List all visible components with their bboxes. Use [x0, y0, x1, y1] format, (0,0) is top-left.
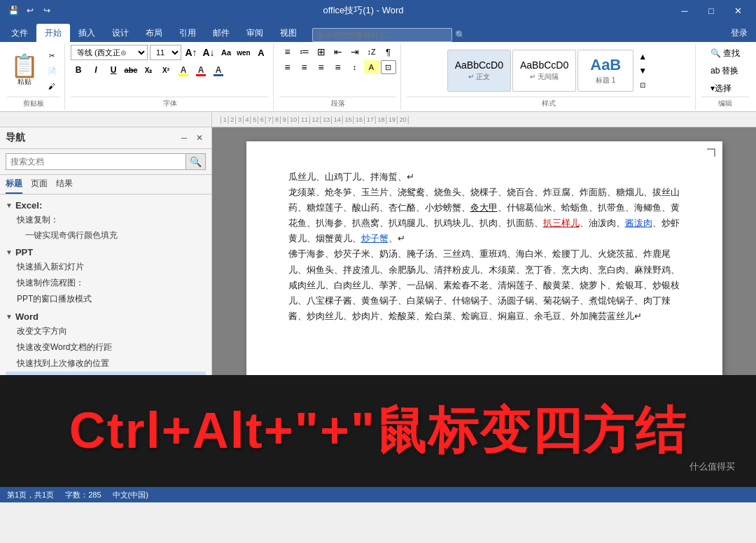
page-info: 第1页，共1页	[7, 490, 54, 500]
styles-scroll-up[interactable]: ▲	[635, 50, 650, 64]
highlight-button[interactable]: A	[176, 62, 191, 78]
nav-item-window-play[interactable]: PPT的窗口播放模式	[6, 291, 206, 307]
style-no-space[interactable]: AaBbCcD0 ↵ 无间隔	[512, 50, 576, 92]
tab-home[interactable]: 开始	[36, 24, 70, 42]
styles-more[interactable]: ⊡	[635, 78, 650, 92]
paragraph-group: ≡ ≔ ⊞ ⇤ ⇥ ↕Z ¶ ≡ ≡ ≡ ≡ ↕ A ⊡ 段落	[275, 43, 401, 110]
editing-group-label: 编辑	[701, 97, 749, 108]
shading-button[interactable]: A	[364, 60, 379, 74]
strikethrough-button[interactable]: abc	[123, 62, 139, 78]
nav-item-flowchart[interactable]: 快速制作流程图：	[6, 275, 206, 291]
clipboard-small-buttons: ✂ 📄 🖌	[43, 48, 60, 93]
copy-button[interactable]: 📄	[43, 64, 60, 78]
decrease-indent-button[interactable]: ⇤	[330, 45, 346, 59]
tab-references[interactable]: 引用	[171, 24, 204, 42]
nav-section-word-header[interactable]: ▼ Word	[6, 310, 206, 323]
window-title: office技巧(1) - Word	[55, 4, 672, 17]
tab-layout[interactable]: 布局	[137, 24, 171, 42]
close-button[interactable]: ✕	[725, 1, 750, 20]
link-text-3[interactable]: 炒子蟹	[361, 233, 388, 244]
bullets-button[interactable]: ≡	[280, 45, 295, 59]
page-content[interactable]: 瓜丝儿、山鸡丁儿、拌海蜇、↵ 龙须菜、炝冬笋、玉兰片、浇鸳鸯、烧鱼头、烧棵子、烧…	[288, 169, 680, 324]
nav-item-color-fill[interactable]: 一键实现奇偶行颜色填充	[6, 228, 206, 243]
sidebar-tab-headings[interactable]: 标题	[6, 178, 22, 194]
align-left-button[interactable]: ≡	[280, 60, 295, 74]
align-right-button[interactable]: ≡	[314, 60, 329, 74]
cut-button[interactable]: ✂	[43, 48, 60, 62]
sidebar-pin-button[interactable]: ─	[178, 132, 190, 144]
decrease-font-button[interactable]: A↓	[201, 45, 216, 60]
underline-button[interactable]: U	[106, 62, 121, 78]
font-size-select[interactable]: 11	[150, 45, 181, 60]
tab-insert[interactable]: 插入	[70, 24, 104, 42]
pinyin-button[interactable]: wen	[236, 45, 251, 60]
font-name-select[interactable]: 等线 (西文正⊙	[71, 45, 148, 60]
nav-section-ppt-header[interactable]: ▼ PPT	[6, 246, 206, 259]
sidebar-tab-pages[interactable]: 页面	[31, 178, 48, 194]
numbering-button[interactable]: ≔	[297, 45, 312, 59]
clipboard-label: 剪贴板	[7, 97, 60, 108]
increase-font-button[interactable]: A↑	[183, 45, 199, 60]
aa-button[interactable]: A	[253, 45, 269, 60]
font-content: 等线 (西文正⊙ 11 A↑ A↓ Aa wen A B I U abc X₂ …	[71, 45, 269, 97]
find-button[interactable]: 🔍 查找	[706, 45, 745, 62]
bottom-annotation-bar: Ctrl+Alt+"+"鼠标变四方结 什么值得买	[0, 375, 756, 487]
collapse-icon: ▼	[6, 202, 13, 209]
borders-button[interactable]: ⊡	[381, 60, 396, 74]
tab-design[interactable]: 设计	[104, 24, 137, 42]
maximize-button[interactable]: □	[699, 1, 724, 20]
subscript-button[interactable]: X₂	[141, 62, 156, 78]
paste-button[interactable]: 📋 粘贴	[7, 51, 42, 90]
sidebar-search-button[interactable]: 🔍	[186, 153, 206, 170]
justify-button[interactable]: ≡	[330, 60, 346, 74]
find-icon: 🔍	[710, 48, 721, 58]
clipboard-group: 📋 粘贴 ✂ 📄 🖌 剪贴板	[3, 43, 65, 110]
paragraph-2: 龙须菜、炝冬笋、玉兰片、浇鸳鸯、烧鱼头、烧棵子、烧百合、炸豆腐、炸面筋、糖熘儿、…	[288, 185, 680, 246]
minimize-button[interactable]: ─	[672, 1, 697, 20]
tab-view[interactable]: 视图	[272, 24, 305, 42]
sidebar-header: 导航 ─ ✕	[0, 127, 211, 149]
sort-button[interactable]: ↕Z	[364, 45, 379, 59]
para-row2: ≡ ≡ ≡ ≡ ↕ A ⊡	[280, 60, 396, 74]
style-normal[interactable]: AaBbCcD0 ↵ 正文	[447, 50, 511, 92]
align-center-button[interactable]: ≡	[297, 60, 312, 74]
clear-format-button[interactable]: Aa	[218, 45, 234, 60]
italic-button[interactable]: I	[88, 62, 104, 78]
font-bg-color-button[interactable]: A	[211, 62, 226, 78]
replace-button[interactable]: ab 替换	[706, 63, 745, 79]
link-text-2[interactable]: 酱泼肉	[625, 218, 652, 228]
select-button[interactable]: ▾选择	[706, 80, 745, 97]
superscript-button[interactable]: X²	[158, 62, 174, 78]
login-button[interactable]: 登录	[722, 24, 756, 42]
sidebar-content: ▼ Excel: 快速复制： 一键实现奇偶行颜色填充 ▼ PPT 快速插入新幻灯…	[0, 195, 211, 375]
tab-file[interactable]: 文件	[3, 24, 36, 42]
font-row2: B I U abc X₂ X² A A A	[71, 62, 269, 78]
format-painter-button[interactable]: 🖌	[43, 79, 60, 93]
save-button[interactable]: 💾	[6, 3, 21, 18]
font-color-button[interactable]: A	[193, 62, 209, 78]
nav-item-find-edit[interactable]: 快速找到上次修改的位置	[6, 355, 206, 372]
tab-review[interactable]: 审阅	[238, 24, 272, 42]
bold-button[interactable]: B	[71, 62, 86, 78]
nav-item-line-spacing[interactable]: 快速改变Word文档的行距	[6, 339, 206, 355]
search-input[interactable]	[312, 28, 452, 42]
style-heading1-label: 标题 1	[596, 76, 615, 85]
style-heading1[interactable]: AaB 标题 1	[578, 50, 634, 92]
sidebar-tab-results[interactable]: 结果	[56, 178, 73, 194]
styles-scroll-down[interactable]: ▼	[635, 64, 650, 78]
sidebar-search-input[interactable]	[6, 153, 186, 170]
nav-item-quick-copy[interactable]: 快速复制：	[6, 212, 206, 228]
nav-item-text-direction[interactable]: 改变文字方向	[6, 323, 206, 339]
increase-indent-button[interactable]: ⇥	[347, 45, 363, 59]
nav-section-excel-header[interactable]: ▼ Excel:	[6, 199, 206, 212]
sidebar-close-button[interactable]: ✕	[193, 132, 206, 144]
style-heading1-preview: AaB	[590, 56, 621, 74]
nav-item-insert-slide[interactable]: 快速插入新幻灯片	[6, 259, 206, 275]
line-spacing-button[interactable]: ↕	[347, 60, 363, 74]
undo-button[interactable]: ↩	[22, 3, 38, 18]
show-paragraph-button[interactable]: ¶	[381, 45, 396, 59]
tab-mailings[interactable]: 邮件	[204, 24, 238, 42]
multilevel-button[interactable]: ⊞	[314, 45, 329, 59]
link-text-1[interactable]: 扒三样儿	[543, 218, 580, 228]
redo-button[interactable]: ↪	[39, 3, 55, 18]
